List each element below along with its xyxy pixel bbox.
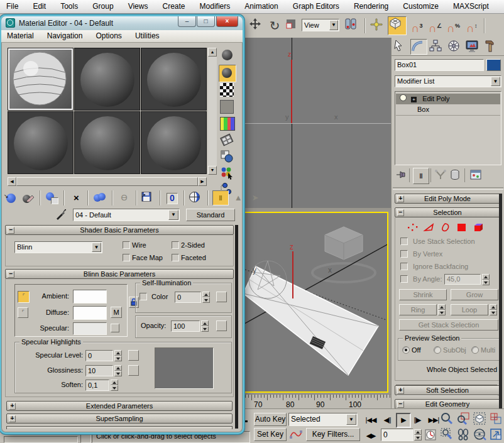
material-editor-titlebar[interactable]: Material Editor - 04 - Default – □ × xyxy=(1,16,243,30)
select-and-move-icon[interactable] xyxy=(248,18,265,34)
scroll-right-icon[interactable]: ▶ xyxy=(198,177,207,186)
command-panel-scrollbar[interactable] xyxy=(499,194,502,408)
specular-level-spinner[interactable] xyxy=(114,350,122,361)
ring-spinner[interactable] xyxy=(438,304,446,315)
preview-multi-radio[interactable]: Multi xyxy=(471,346,495,354)
sample-slot-2[interactable] xyxy=(74,48,140,111)
by-angle-checkbox[interactable] xyxy=(400,275,408,283)
material-name-dropdown[interactable]: 04 - Default ▼ xyxy=(73,209,180,221)
chevron-down-icon[interactable]: ▼ xyxy=(92,243,101,252)
material-type-button[interactable]: Standard xyxy=(186,209,235,221)
sample-slot-4[interactable] xyxy=(8,111,74,174)
modifier-list-dropdown[interactable]: Modifier List ▼ xyxy=(395,75,501,87)
show-map-in-viewport-icon[interactable] xyxy=(189,191,204,205)
glossiness-field[interactable]: 10 xyxy=(85,365,113,376)
menu-maxscript[interactable]: MAXScript xyxy=(447,0,495,13)
stack-row-box[interactable]: Box xyxy=(396,104,500,116)
ignore-backfacing-checkbox[interactable] xyxy=(400,263,408,270)
go-to-parent-icon[interactable]: ▲ xyxy=(231,191,246,205)
show-end-result-icon[interactable]: ‖ xyxy=(212,190,229,205)
loop-button[interactable]: Loop xyxy=(451,304,488,315)
menu-utilities[interactable]: Utilities xyxy=(129,30,165,41)
snaps-toggle-icon[interactable] xyxy=(388,16,407,35)
go-forward-to-sibling-icon[interactable]: ➤ xyxy=(248,191,263,205)
backlight-icon[interactable] xyxy=(219,65,236,82)
object-color-swatch[interactable] xyxy=(486,59,501,71)
put-material-to-scene-icon[interactable] xyxy=(21,191,36,205)
polygon-subobject-icon[interactable] xyxy=(456,222,468,232)
lightbulb-icon[interactable] xyxy=(400,94,407,101)
sample-slot-5[interactable] xyxy=(74,111,140,174)
get-material-icon[interactable]: ↘ xyxy=(4,191,19,205)
expand-icon[interactable] xyxy=(9,403,16,410)
slots-vertical-scrollbar[interactable]: ▲ ▼ xyxy=(208,48,217,175)
opacity-map-button[interactable] xyxy=(216,320,227,331)
stack-item-label[interactable]: Box xyxy=(417,106,429,113)
tab-create[interactable] xyxy=(393,39,410,55)
diffuse-map-button[interactable]: M xyxy=(111,307,122,318)
ring-button[interactable]: Ring xyxy=(399,304,437,315)
menu-material[interactable]: Material xyxy=(1,30,40,41)
menu-navigation[interactable]: Navigation xyxy=(41,30,89,41)
glossiness-map-button[interactable] xyxy=(128,365,139,376)
collapse-icon[interactable] xyxy=(8,271,14,278)
collapse-icon[interactable] xyxy=(8,227,14,234)
soften-spinner[interactable] xyxy=(111,380,118,391)
element-subobject-icon[interactable] xyxy=(472,222,485,232)
tab-utilities[interactable] xyxy=(483,39,500,55)
make-unique-icon[interactable] xyxy=(434,169,447,180)
specular-map-button[interactable] xyxy=(111,324,119,332)
set-key-button[interactable]: Set Key xyxy=(254,428,287,441)
key-filters-button[interactable]: Key Filters... xyxy=(306,428,360,441)
specular-color-swatch[interactable] xyxy=(73,322,107,335)
diffuse-color-swatch[interactable] xyxy=(73,306,107,320)
rollout-blinn-basic-parameters[interactable]: Blinn Basic Parameters xyxy=(5,269,234,279)
collapse-icon[interactable] xyxy=(397,401,404,408)
preview-off-radio[interactable]: Off xyxy=(402,346,421,354)
maximize-button[interactable]: □ xyxy=(197,16,215,27)
chevron-down-icon[interactable]: ▼ xyxy=(168,210,178,220)
pan-icon[interactable] xyxy=(456,427,471,441)
menu-rendering[interactable]: Rendering xyxy=(348,0,395,13)
use-stack-selection-checkbox[interactable] xyxy=(400,238,408,245)
material-id-channel-icon[interactable]: 0 xyxy=(165,191,180,205)
by-vertex-checkbox[interactable] xyxy=(400,250,408,258)
scroll-left-icon[interactable]: ◀ xyxy=(8,177,16,186)
expand-icon[interactable] xyxy=(397,195,404,202)
auto-key-button[interactable]: Auto Key xyxy=(254,413,287,426)
by-angle-spinner[interactable] xyxy=(482,274,490,285)
show-end-result-stack-icon[interactable]: ‖ xyxy=(413,168,429,184)
background-icon[interactable] xyxy=(220,83,234,97)
key-tangent-icon[interactable] xyxy=(289,429,303,440)
make-unique-material-icon[interactable]: Ɵ xyxy=(117,191,132,205)
grow-button[interactable]: Grow xyxy=(451,289,498,300)
menu-animation[interactable]: Animation xyxy=(238,0,284,13)
specular-level-field[interactable]: 0 xyxy=(85,350,113,361)
menu-modifiers[interactable]: Modifiers xyxy=(194,0,237,13)
tab-hierarchy[interactable] xyxy=(429,39,446,55)
menu-options[interactable]: Options xyxy=(90,30,128,41)
minimize-button[interactable]: – xyxy=(178,16,196,27)
sample-slot-6[interactable] xyxy=(141,111,207,174)
remove-modifier-icon[interactable] xyxy=(449,169,461,181)
configure-modifier-sets-icon[interactable] xyxy=(469,169,482,181)
angle-snap-arc-icon[interactable]: ∩∠ xyxy=(427,18,444,34)
stack-item-label[interactable]: Edit Poly xyxy=(422,95,449,102)
selection-set-dropdown[interactable]: Selected ▼ xyxy=(288,413,358,426)
make-material-copy-icon[interactable] xyxy=(92,191,107,205)
rollout-soft-selection[interactable]: Soft Selection xyxy=(395,385,500,395)
menu-edit[interactable]: Edit xyxy=(26,0,52,13)
use-pivot-point-center-icon[interactable] xyxy=(344,18,361,34)
select-and-rotate-icon[interactable]: ↻ xyxy=(266,18,283,34)
tab-motion[interactable] xyxy=(447,39,464,55)
object-name-field[interactable]: Box01 xyxy=(395,59,484,71)
scroll-down-icon[interactable]: ▼ xyxy=(208,166,217,175)
glossiness-spinner[interactable] xyxy=(114,365,122,376)
chevron-down-icon[interactable]: ▼ xyxy=(491,77,500,86)
time-configuration-icon[interactable] xyxy=(425,429,436,440)
soften-field[interactable]: 0,1 xyxy=(85,380,109,391)
chevron-down-icon[interactable]: ▼ xyxy=(329,20,338,30)
self-illum-spinner[interactable] xyxy=(202,292,210,303)
select-and-manipulate-icon[interactable] xyxy=(370,18,386,34)
assign-material-to-selection-icon[interactable] xyxy=(45,191,60,205)
